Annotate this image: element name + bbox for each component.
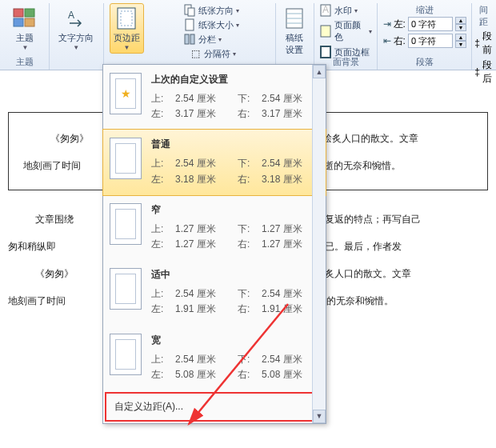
page-margins-label: 页边距 [114, 32, 140, 44]
breaks-button[interactable]: ⬚分隔符▾ [189, 46, 236, 61]
orientation-icon [183, 4, 196, 17]
margin-preset-3[interactable]: 适中上:2.54 厘米下:2.54 厘米左:1.91 厘米右:1.91 厘米 [103, 260, 326, 325]
chevron-down-icon: ▼ [73, 44, 79, 51]
spin-down[interactable]: ▼ [455, 41, 466, 48]
scroll-down[interactable]: ▼ [313, 410, 326, 423]
svg-rect-11 [190, 34, 194, 44]
size-icon [183, 18, 196, 31]
group-title-para: 段落 [378, 56, 471, 68]
preset-title: 普通 [151, 138, 324, 151]
margin-preset-1[interactable]: 普通上:2.54 厘米下:2.54 厘米左:3.18 厘米右:3.18 厘米 [102, 129, 326, 195]
columns-icon [183, 33, 196, 46]
scroll-up[interactable]: ▲ [313, 65, 326, 78]
pagecolor-button[interactable]: 页面颜色▾ [319, 18, 373, 44]
svg-rect-2 [14, 18, 23, 26]
chevron-down-icon: ▼ [22, 44, 28, 51]
draft-icon [282, 6, 307, 31]
svg-rect-0 [14, 9, 23, 17]
spacing-after[interactable]: ‡段后 [474, 58, 492, 86]
text-direction-button[interactable]: A 文字方向 ▼ [54, 3, 98, 54]
svg-rect-9 [186, 19, 194, 30]
draft-label: 稿纸 设置 [286, 32, 303, 56]
theme-icon [12, 6, 38, 31]
margin-preset-2[interactable]: 窄上:1.27 厘米下:1.27 厘米左:1.27 厘米右:1.27 厘米 [103, 195, 326, 260]
group-title-theme: 主题 [2, 56, 49, 68]
watermark-icon: A [319, 4, 332, 17]
draft-button[interactable]: 稿纸 设置 [278, 3, 311, 58]
orientation-button[interactable]: 纸张方向▾ [183, 3, 239, 18]
svg-rect-10 [185, 34, 189, 44]
svg-rect-8 [188, 8, 194, 16]
spin-up[interactable]: ▲ [455, 17, 466, 24]
custom-margins-button[interactable]: 自定义边距(A)... [105, 392, 324, 422]
margin-preset-4[interactable]: 宽上:2.54 厘米下:2.54 厘米左:5.08 厘米右:5.08 厘米 [103, 326, 326, 390]
svg-text:A: A [322, 4, 329, 15]
text-direction-icon: A [63, 6, 89, 31]
page-margins-icon [114, 6, 139, 31]
spin-up[interactable]: ▲ [455, 34, 466, 41]
preset-thumb [110, 334, 142, 375]
svg-text:A: A [68, 10, 74, 21]
scrollbar[interactable]: ▲ ▼ [312, 65, 326, 423]
pagecolor-icon [319, 25, 332, 38]
page-margins-button[interactable]: 页边距 ▼ [110, 3, 144, 54]
spacing-before[interactable]: ‡段前 [474, 29, 492, 58]
preset-title: 上次的自定义设置 [151, 73, 324, 86]
indent-left-input[interactable] [408, 17, 453, 31]
indent-heading: 缩进 [416, 3, 434, 17]
svg-rect-5 [118, 8, 135, 29]
preset-thumb [110, 268, 142, 310]
preset-title: 宽 [151, 334, 324, 347]
preset-thumb [110, 73, 142, 114]
spin-down[interactable]: ▼ [455, 24, 466, 31]
svg-rect-1 [25, 9, 34, 17]
breaks-icon: ⬚ [189, 47, 202, 60]
watermark-button[interactable]: A水印▾ [319, 3, 373, 18]
indent-right: ⇤右: ▲▼ [383, 34, 466, 48]
preset-thumb [110, 203, 142, 245]
size-button[interactable]: 纸张大小▾ [183, 18, 239, 32]
spacing-heading: 间距 [477, 3, 490, 29]
ribbon: 主题 ▼ 主题 A 文字方向 ▼ 页边距 ▼ 纸张方向▾ 纸张大小▾ 分栏▾ ⬚… [0, 0, 496, 70]
margin-preset-0[interactable]: 上次的自定义设置上:2.54 厘米下:2.54 厘米左:3.17 厘米右:3.1… [103, 65, 326, 130]
preset-title: 窄 [151, 203, 324, 217]
indent-left: ⇥左: ▲▼ [383, 17, 466, 31]
theme-button[interactable]: 主题 ▼ [8, 3, 42, 54]
preset-thumb [110, 138, 142, 179]
margins-dropdown: 上次的自定义设置上:2.54 厘米下:2.54 厘米左:3.17 厘米右:3.1… [102, 64, 326, 424]
theme-label: 主题 [16, 32, 34, 44]
chevron-down-icon: ▼ [123, 44, 130, 51]
svg-rect-18 [321, 26, 330, 37]
indent-right-input[interactable] [408, 34, 453, 48]
preset-title: 适中 [151, 268, 324, 282]
text-direction-label: 文字方向 [58, 32, 94, 44]
columns-button[interactable]: 分栏▾ [183, 32, 239, 46]
svg-rect-3 [25, 18, 34, 26]
